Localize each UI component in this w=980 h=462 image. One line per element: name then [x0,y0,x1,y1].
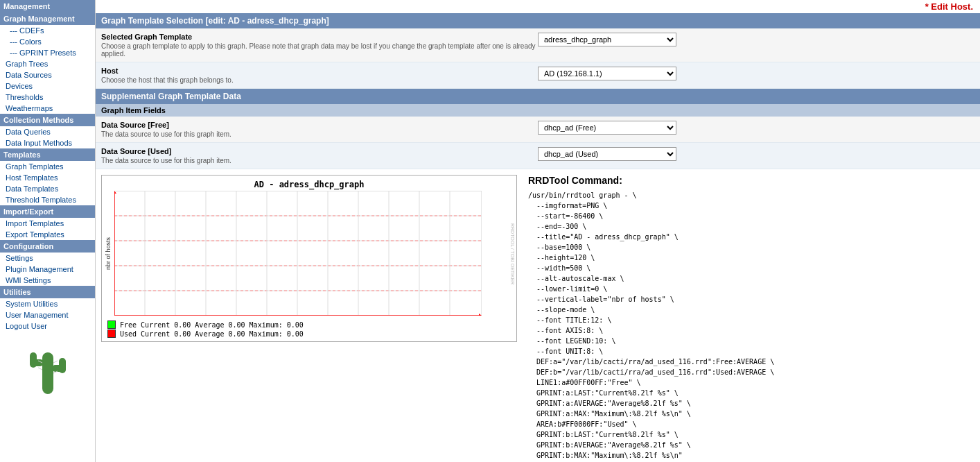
sidebar-item-thresholds[interactable]: Thresholds [0,92,95,103]
rrd-command-text: /usr/bin/rrdtool graph - \ --imgformat=P… [528,190,974,461]
svg-rect-2 [30,352,37,368]
edit-host-header: * Edit Host. [96,0,980,13]
host-select[interactable]: AD (192.168.1.1) [538,67,676,80]
sidebar-item-cdefs[interactable]: --- CDEFs [0,25,95,36]
sidebar-item-system-utilities[interactable]: System Utilities [0,298,95,309]
svg-rect-9 [114,191,482,316]
ds-free-label: Data Source [Free] [101,121,538,129]
graph-template-section-header: Graph Template Selection [edit: AD - adr… [96,13,980,28]
sidebar-management-header: Management [0,0,95,12]
ds-free-desc: The data source to use for this graph it… [101,130,538,138]
sidebar-collection-methods-header: Collection Methods [0,114,95,126]
sidebar-item-data-templates[interactable]: Data Templates [0,183,95,194]
legend-free-avg-label: Average [195,321,224,329]
svg-line-7 [53,361,58,363]
svg-line-6 [38,368,42,370]
sidebar-item-gprint[interactable]: --- GPRINT Presets [0,47,95,58]
sidebar-item-graph-trees[interactable]: Graph Trees [0,58,95,69]
sidebar-item-export-templates[interactable]: Export Templates [0,229,95,240]
sidebar-item-settings[interactable]: Settings [0,253,95,264]
graph-title: AD - adress_dhcp_graph [102,176,516,191]
legend-free-color [107,320,116,329]
graph-svg: 1.0 0.8 0.6 0.4 0.2 0.0 [114,191,482,316]
rrd-area: RRDTool Command: /usr/bin/rrdtool graph … [528,175,974,462]
host-desc: Choose the host that this graph belongs … [101,76,538,84]
sidebar-item-colors[interactable]: --- Colors [0,36,95,47]
legend-used-name: Used [120,330,137,338]
graph-box: AD - adress_dhcp_graph nbr of hosts [101,175,517,342]
ds-free-row: Data Source [Free] The data source to us… [96,117,980,143]
main-content: * Edit Host. Graph Template Selection [e… [96,0,980,462]
graph-rrd-container: AD - adress_dhcp_graph nbr of hosts [96,169,980,462]
sidebar-item-logout[interactable]: Logout User [0,320,95,332]
graph-area: AD - adress_dhcp_graph nbr of hosts [101,175,517,462]
legend-free-current-label: Current [141,321,170,329]
selected-graph-template-row: Selected Graph Template Choose a graph t… [96,28,980,62]
ds-used-desc: The data source to use for this graph it… [101,157,538,164]
legend-free-name: Free [120,321,137,329]
legend-used-current-val: 0.00 [174,330,191,338]
host-label: Host [101,67,538,75]
legend-used-avg-label: Average [195,330,224,338]
ds-used-select[interactable]: dhcp_ad (Used) [538,147,676,161]
selected-template-label: Selected Graph Template [101,33,538,41]
legend-free-row: Free Current 0.00 Average 0.00 Maximum: … [107,320,511,329]
selected-template-select[interactable]: adress_dhcp_graph [538,33,676,46]
selected-template-desc: Choose a graph template to apply to this… [101,42,538,58]
host-row: Host Choose the host that this graph bel… [96,62,980,89]
legend-used-max-val: 0.00 [287,330,304,338]
graph-right-label: RRDTOOL / TOBI OETIKER [509,223,516,284]
sidebar-item-graph-templates[interactable]: Graph Templates [0,161,95,172]
legend-used-row: Used Current 0.00 Average 0.00 Maximum: … [107,330,511,338]
legend-free-max-label: Maximum: [250,321,283,329]
graph-y-label: nbr of hosts [102,237,114,270]
graph-item-fields-header: Graph Item Fields [96,104,980,117]
sidebar-item-user-management[interactable]: User Management [0,309,95,320]
ds-used-row: Data Source [Used] The data source to us… [96,143,980,169]
sidebar-item-data-input-methods[interactable]: Data Input Methods [0,137,95,148]
cactus-logo [0,332,95,409]
graph-legend: Free Current 0.00 Average 0.00 Maximum: … [102,317,516,341]
legend-used-current-label: Current [141,330,170,338]
sidebar-utilities-header: Utilities [0,286,95,298]
legend-used-color [107,330,116,338]
svg-rect-0 [42,352,53,394]
sidebar-item-plugin-management[interactable]: Plugin Management [0,264,95,275]
sidebar-item-data-sources[interactable]: Data Sources [0,69,95,80]
sidebar-item-wmi-settings[interactable]: WMI Settings [0,275,95,286]
sidebar-graph-management-header: Graph Management [0,12,95,25]
legend-free-max-val: 0.00 [287,321,304,329]
sidebar-item-threshold-templates[interactable]: Threshold Templates [0,194,95,205]
sidebar-item-import-templates[interactable]: Import Templates [0,218,95,229]
sidebar-item-data-queries[interactable]: Data Queries [0,126,95,137]
ds-free-select[interactable]: dhcp_ad (Free) [538,121,676,135]
sidebar: Management Graph Management --- CDEFs --… [0,0,96,462]
supplemental-section-header: Supplemental Graph Template Data [96,89,980,104]
sidebar-item-host-templates[interactable]: Host Templates [0,172,95,183]
legend-used-max-label: Maximum: [250,330,283,338]
sidebar-item-devices[interactable]: Devices [0,80,95,92]
sidebar-configuration-header: Configuration [0,240,95,253]
sidebar-templates-header: Templates [0,148,95,161]
svg-rect-4 [59,358,66,373]
legend-free-current-val: 0.00 [174,321,191,329]
rrd-command-title: RRDTool Command: [528,175,974,186]
ds-used-label: Data Source [Used] [101,147,538,155]
sidebar-item-weathermaps[interactable]: Weathermaps [0,103,95,114]
legend-free-avg-val: 0.00 [229,321,245,329]
legend-used-avg-val: 0.00 [229,330,245,338]
sidebar-import-export-header: Import/Export [0,205,95,218]
